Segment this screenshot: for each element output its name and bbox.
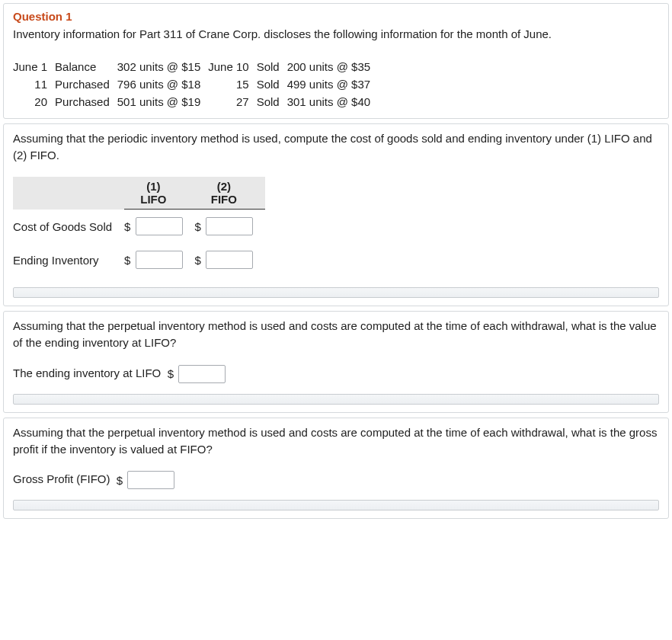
header-top: (1): [146, 180, 160, 193]
currency-symbol: $: [168, 367, 174, 380]
cell-date: 27: [208, 93, 256, 110]
question-title: Question 1: [13, 10, 659, 23]
row-ending-inventory: Ending Inventory $ $: [13, 243, 265, 277]
cell-action: Balance: [55, 58, 117, 75]
header-bottom: LIFO: [140, 193, 166, 206]
cell-action: Purchased: [55, 93, 117, 110]
instruction-text: Assuming that the perpetual inventory me…: [13, 318, 659, 351]
panel-perpetual-fifo: Assuming that the perpetual inventory me…: [3, 418, 669, 520]
cell-qty: 499 units @ $37: [287, 75, 378, 93]
header-bottom: FIFO: [211, 193, 237, 206]
cell-qty: 200 units @ $35: [287, 58, 378, 75]
input-label: Gross Profit (FIFO): [13, 472, 110, 485]
cell-action: Purchased: [55, 75, 117, 93]
currency-symbol: $: [195, 254, 201, 267]
instruction-text: Assuming that the periodic inventory met…: [13, 130, 659, 164]
table-row: 11 Purchased 796 units @ $18 15 Sold 499…: [13, 75, 378, 93]
input-cogs-fifo[interactable]: [206, 217, 253, 235]
panel-perpetual-lifo: Assuming that the perpetual inventory me…: [3, 311, 669, 413]
header-lifo: (1) LIFO: [124, 177, 195, 210]
progress-bar: [13, 394, 659, 405]
instruction-text: Assuming that the perpetual inventory me…: [13, 424, 659, 458]
header-fifo: (2) FIFO: [195, 177, 266, 210]
currency-symbol: $: [195, 220, 201, 233]
cell-action: Sold: [257, 93, 287, 110]
cell-date: June 10: [208, 58, 256, 75]
panel-question: Question 1 Inventory information for Par…: [3, 3, 669, 119]
row-cogs: Cost of Goods Sold $ $: [13, 210, 265, 244]
header-empty: [13, 177, 124, 210]
cell-date: 15: [208, 75, 256, 93]
row-label: Cost of Goods Sold: [13, 210, 124, 244]
currency-symbol: $: [124, 254, 130, 267]
input-ei-fifo[interactable]: [206, 251, 253, 269]
table-row: June 1 Balance 302 units @ $15 June 10 S…: [13, 58, 378, 75]
cell-qty: 301 units @ $40: [287, 93, 378, 110]
currency-symbol: $: [124, 220, 130, 233]
cell-date: June 1: [13, 58, 55, 75]
inventory-table: June 1 Balance 302 units @ $15 June 10 S…: [13, 58, 378, 110]
cell-qty: 302 units @ $15: [117, 58, 208, 75]
input-ending-inventory-lifo[interactable]: [178, 365, 226, 383]
panel-periodic: Assuming that the periodic inventory met…: [3, 123, 669, 307]
cell-action: Sold: [257, 75, 287, 93]
progress-bar: [13, 287, 659, 298]
currency-symbol: $: [117, 474, 123, 487]
question-intro: Inventory information for Part 311 of Cr…: [13, 26, 659, 43]
input-cogs-lifo[interactable]: [136, 217, 183, 235]
input-ei-lifo[interactable]: [136, 251, 183, 269]
row-label: Ending Inventory: [13, 243, 124, 277]
table-row: 20 Purchased 501 units @ $19 27 Sold 301…: [13, 93, 378, 110]
computation-table: (1) LIFO (2) FIFO Cost of Goods Sold $ $: [13, 177, 265, 277]
input-label: The ending inventory at LIFO: [13, 366, 161, 379]
input-gross-profit-fifo[interactable]: [127, 471, 174, 489]
cell-date: 20: [13, 93, 55, 110]
header-top: (2): [217, 180, 231, 193]
progress-bar: [13, 500, 659, 510]
cell-qty: 501 units @ $19: [117, 93, 208, 110]
cell-date: 11: [13, 75, 55, 93]
cell-qty: 796 units @ $18: [117, 75, 208, 93]
cell-action: Sold: [257, 58, 287, 75]
